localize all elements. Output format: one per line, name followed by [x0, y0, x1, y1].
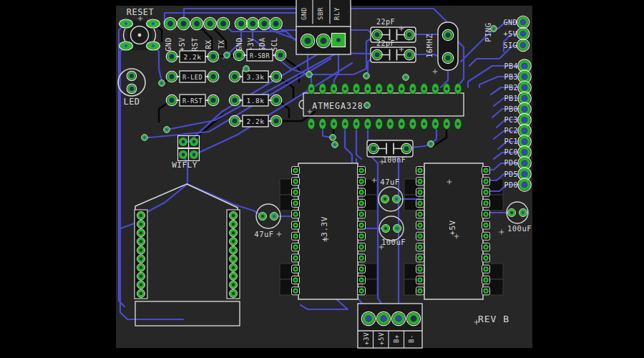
voltage-module-pad[interactable]	[484, 202, 487, 204]
io-pad[interactable]	[522, 85, 527, 90]
ping-pin-pad[interactable]	[521, 32, 526, 37]
resistor-pad[interactable]	[237, 53, 241, 57]
resistor-pad[interactable]	[211, 74, 215, 79]
wifly-module-pad[interactable]	[232, 240, 235, 243]
io-pad[interactable]	[522, 139, 527, 144]
capacitor-pad[interactable]	[404, 147, 409, 151]
terminal-pad[interactable]	[396, 316, 401, 321]
via[interactable]	[404, 76, 406, 78]
voltage-module-pad[interactable]	[360, 257, 362, 259]
atmega328-pad[interactable]	[411, 87, 414, 90]
voltage-module-pad[interactable]	[294, 268, 296, 270]
io-pad[interactable]	[522, 64, 527, 69]
voltage-module-pad[interactable]	[294, 235, 296, 237]
io-pad[interactable]	[522, 96, 527, 101]
voltage-module-pad[interactable]	[294, 257, 296, 259]
wifly-module-pad[interactable]	[140, 223, 142, 226]
voltage-module-pad[interactable]	[484, 191, 487, 193]
voltage-module-pad[interactable]	[294, 180, 296, 183]
voltage-module-pad[interactable]	[360, 290, 362, 292]
resistor-pad[interactable]	[233, 119, 237, 123]
voltage-module-pad[interactable]	[294, 202, 296, 204]
io-pad[interactable]	[522, 172, 527, 177]
voltage-module-pad[interactable]	[419, 202, 421, 204]
atmega328-pad[interactable]	[355, 87, 358, 90]
resistor-pad[interactable]	[274, 74, 278, 79]
via[interactable]	[492, 27, 494, 29]
resistor-pad[interactable]	[274, 119, 278, 123]
voltage-module-pad[interactable]	[419, 169, 421, 171]
capacitor-pad[interactable]	[273, 215, 275, 218]
voltage-module-pad[interactable]	[360, 169, 362, 171]
voltage-module-pad[interactable]	[419, 213, 421, 216]
wifly-module-pad[interactable]	[232, 257, 235, 260]
voltage-module-pad[interactable]	[294, 290, 296, 292]
voltage-module-pad[interactable]	[484, 290, 487, 292]
capacitor-pad[interactable]	[375, 53, 379, 57]
atmega328-pad[interactable]	[445, 122, 448, 125]
resistor-pad[interactable]	[211, 54, 215, 59]
voltage-module-pad[interactable]	[484, 180, 487, 183]
capacitor-pad[interactable]	[384, 198, 386, 200]
capacitor-pad[interactable]	[395, 198, 398, 200]
via[interactable]	[165, 128, 167, 130]
wifly-module-pad[interactable]	[232, 275, 235, 278]
io-pad[interactable]	[522, 128, 527, 133]
atmega328-pad[interactable]	[378, 87, 381, 90]
voltage-module-pad[interactable]	[484, 246, 487, 248]
ping-pin-pad[interactable]	[521, 43, 526, 48]
voltage-module-pad[interactable]	[294, 169, 296, 171]
via[interactable]	[160, 82, 162, 84]
capacitor-pad[interactable]	[384, 227, 387, 230]
voltage-module-pad[interactable]	[360, 224, 362, 226]
capacitor-pad[interactable]	[261, 215, 264, 218]
voltage-module-pad[interactable]	[360, 268, 362, 270]
atmega328-pad[interactable]	[457, 122, 459, 125]
atmega328-pad[interactable]	[310, 122, 313, 125]
atmega328-pad[interactable]	[400, 122, 403, 125]
atmega328-pad[interactable]	[366, 87, 369, 90]
wifly-module-pad[interactable]	[140, 231, 142, 234]
terminal-pad[interactable]	[305, 38, 310, 43]
wifly-module-pad[interactable]	[232, 248, 235, 251]
resistor-pad[interactable]	[274, 98, 278, 102]
header-pin-pad[interactable]	[195, 21, 200, 26]
wifly-module-pad[interactable]	[232, 292, 235, 295]
voltage-module-pad[interactable]	[419, 268, 421, 270]
atmega328-pad[interactable]	[389, 122, 391, 125]
atmega328-pad[interactable]	[343, 87, 346, 90]
voltage-module-pad[interactable]	[360, 191, 362, 193]
voltage-module-pad[interactable]	[484, 224, 487, 226]
io-pad[interactable]	[522, 74, 527, 79]
io-pad[interactable]	[522, 117, 527, 122]
atmega328-pad[interactable]	[343, 122, 346, 125]
io-pad[interactable]	[522, 183, 527, 188]
wifly-header-pad[interactable]	[182, 153, 185, 157]
header-pin-pad[interactable]	[262, 21, 267, 26]
header-pin-pad[interactable]	[208, 21, 213, 26]
via[interactable]	[366, 104, 368, 106]
capacitor-pad[interactable]	[371, 147, 376, 151]
resistor-pad[interactable]	[233, 74, 237, 79]
reset-button-pad[interactable]	[152, 22, 155, 25]
voltage-module-pad[interactable]	[360, 180, 362, 183]
crystal-pad[interactable]	[446, 56, 450, 60]
atmega328-pad[interactable]	[321, 87, 324, 90]
atmega328-pad[interactable]	[321, 122, 324, 125]
voltage-module-pad[interactable]	[419, 224, 421, 226]
voltage-module-pad[interactable]	[294, 224, 296, 226]
voltage-module-pad[interactable]	[360, 202, 362, 204]
atmega328-pad[interactable]	[445, 87, 448, 90]
voltage-module-pad[interactable]	[419, 191, 421, 193]
voltage-module-pad[interactable]	[484, 279, 487, 281]
terminal-pad[interactable]	[411, 316, 416, 321]
via[interactable]	[331, 136, 333, 138]
wifly-header-pad[interactable]	[192, 153, 196, 157]
wifly-header-pad[interactable]	[192, 140, 196, 144]
io-pad[interactable]	[522, 150, 527, 155]
resistor-pad[interactable]	[211, 98, 215, 102]
atmega328-pad[interactable]	[355, 122, 358, 125]
atmega328-pad[interactable]	[457, 87, 459, 90]
header-pin-pad[interactable]	[273, 21, 278, 26]
header-pin-pad[interactable]	[239, 21, 244, 26]
